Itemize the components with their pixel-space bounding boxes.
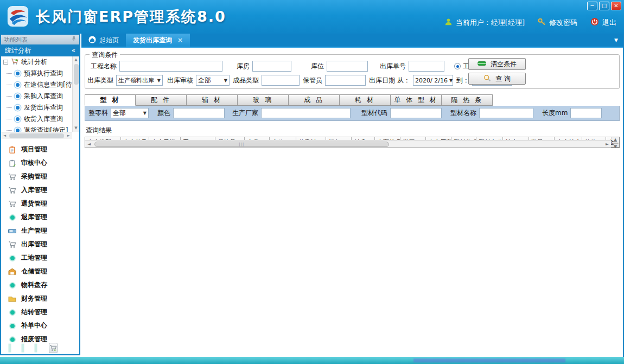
tree-item[interactable]: 在途信息查询[待: [1, 79, 72, 91]
dot-icon: [8, 282, 16, 289]
user-icon: [444, 18, 453, 28]
sidebar-section-header[interactable]: 统计分析 «: [1, 44, 79, 56]
tree-root[interactable]: − 统计分析: [1, 56, 72, 68]
sidebar-item-入库管理[interactable]: 入库管理: [1, 183, 79, 197]
zhengling-select[interactable]: 全部▼: [111, 108, 149, 118]
sidebar-item-出库管理[interactable]: 出库管理: [1, 238, 79, 251]
tree-items: 预算执行查询在途信息查询[待采购入库查询发货出库查询收货入库查询退货查询[待定]…: [1, 68, 72, 132]
material-tab-2[interactable]: 配 件: [136, 94, 187, 106]
sidebar-item-生产管理[interactable]: 生产管理: [1, 224, 79, 238]
change-password-label: 修改密码: [549, 18, 577, 28]
product-type-input[interactable]: [262, 75, 300, 86]
audit-select[interactable]: 全部▼: [196, 75, 230, 86]
table-vertical-scrollbar[interactable]: ▲ ▼: [611, 137, 619, 140]
warehouse-label: 库房: [237, 62, 250, 71]
clipboard-icon: [8, 146, 16, 154]
scrollbar-thumb[interactable]: [9, 133, 64, 138]
scrollbar-thumb[interactable]: [613, 143, 619, 144]
scroll-down-icon[interactable]: ▼: [612, 144, 619, 148]
tree-horizontal-scrollbar[interactable]: ◄ ►: [1, 132, 72, 139]
minimize-button[interactable]: ─: [587, 2, 597, 10]
change-password-button[interactable]: 修改密码: [538, 18, 577, 28]
material-tab-3[interactable]: 辅 材: [187, 94, 238, 106]
tree-root-icon: [11, 58, 18, 67]
key-icon: [538, 18, 546, 28]
tree-item[interactable]: 发货出库查询: [1, 102, 72, 113]
material-tab-7[interactable]: 单 体 型 材: [391, 94, 442, 106]
sidebar-item-项目管理[interactable]: 项目管理: [1, 143, 79, 156]
tree-node-icon: [16, 72, 20, 75]
scroll-right-icon[interactable]: ►: [603, 142, 611, 146]
table-horizontal-scrollbar[interactable]: ◄ ||| ►: [85, 140, 611, 148]
tree-item-label: 退货查询[待定]: [24, 126, 68, 132]
scroll-left-icon[interactable]: ◄: [85, 142, 93, 146]
warehouse-icon: [8, 268, 16, 275]
scroll-up-icon[interactable]: ▲: [612, 137, 619, 142]
color-input[interactable]: [173, 108, 225, 118]
length-input[interactable]: [570, 108, 602, 118]
shortcut-cart-button[interactable]: [49, 343, 58, 353]
tree-item[interactable]: 采购入库查询: [1, 91, 72, 102]
scroll-down-icon[interactable]: ▼: [73, 125, 80, 132]
location-input[interactable]: [327, 61, 368, 72]
sidebar-item-报废管理[interactable]: 报废管理: [1, 333, 79, 342]
order-no-input[interactable]: [409, 61, 444, 72]
tree-item-label: 收货入库查询: [24, 114, 63, 124]
sidebar-item-结转管理[interactable]: 结转管理: [1, 305, 79, 319]
maximize-button[interactable]: □: [599, 2, 609, 10]
clear-conditions-button[interactable]: 清空条件: [468, 58, 526, 70]
scrollbar-thumb[interactable]: [74, 64, 79, 85]
tab-shipment-query[interactable]: 发货出库查询 ×: [126, 34, 190, 47]
material-tab-8[interactable]: 隔 热 条: [442, 94, 493, 106]
name-input[interactable]: [479, 108, 533, 118]
collapse-icon[interactable]: «: [72, 47, 75, 54]
keeper-input[interactable]: [325, 75, 366, 86]
out-type-select[interactable]: 生产领料出库▼: [116, 75, 163, 86]
tab-close-icon[interactable]: ×: [177, 36, 183, 44]
query-conditions-title: 查询条件: [90, 50, 120, 60]
sidebar-item-审核中心[interactable]: 审核中心: [1, 156, 79, 170]
material-tab-4[interactable]: 玻 璃: [238, 94, 289, 106]
sidebar: 功能列表 统计分析 « − 统计分析 预算执行查询在途信息查询[待采购入库查询发…: [0, 34, 80, 355]
content-area: 查询条件 工程名称 库房 库位 出库单号 工装: [81, 48, 623, 355]
sidebar-item-财务管理[interactable]: 财务管理: [1, 292, 79, 305]
tab-list-dropdown-icon[interactable]: ▼: [614, 37, 623, 43]
manufacturer-input[interactable]: [261, 108, 351, 118]
sidebar-item-退货管理[interactable]: 退货管理: [1, 197, 79, 210]
zhengling-label: 整零料: [88, 108, 108, 118]
pin-icon[interactable]: [71, 36, 77, 43]
dot-icon: [8, 309, 16, 316]
scrollbar-thumb[interactable]: |||: [94, 142, 389, 147]
tab-home[interactable]: 起始页: [81, 34, 126, 47]
material-tab-6[interactable]: 耗 材: [340, 94, 391, 106]
tree-item-label: 预算执行查询: [24, 69, 63, 78]
sidebar-item-采购管理[interactable]: 采购管理: [1, 170, 79, 183]
scroll-left-icon[interactable]: ◄: [1, 132, 8, 139]
scroll-right-icon[interactable]: ►: [65, 132, 72, 139]
sidebar-item-label: 财务管理: [21, 294, 47, 303]
close-button[interactable]: ✕: [611, 2, 621, 10]
tree-item[interactable]: 预算执行查询: [1, 68, 72, 79]
project-name-input[interactable]: [119, 61, 222, 72]
sidebar-item-仓储管理[interactable]: 仓储管理: [1, 265, 79, 278]
tree-vertical-scrollbar[interactable]: ▲ ▼: [72, 56, 79, 132]
sidebar-item-工地管理[interactable]: 工地管理: [1, 251, 79, 265]
material-tab-1[interactable]: 型 材: [85, 94, 136, 106]
tree-root-label: 统计分析: [21, 58, 47, 67]
tree-item[interactable]: 收货入库查询: [1, 113, 72, 125]
date-from-picker[interactable]: 2020/ 2/16▼: [413, 75, 453, 86]
material-tab-5[interactable]: 成 品: [289, 94, 340, 106]
tree-expander-icon[interactable]: −: [3, 60, 8, 65]
code-input[interactable]: [390, 108, 442, 118]
sidebar-item-物料盘存[interactable]: 物料盘存: [1, 278, 79, 292]
sidebar-item-补单中心[interactable]: 补单中心: [1, 319, 79, 333]
results-table: 出库类型出库单号出库日期工程保管员库房库位整零料颜色材质表面处理膜厚生产厂家型材…: [85, 137, 620, 148]
tree-item[interactable]: 退货查询[待定]: [1, 125, 72, 132]
search-icon: [483, 74, 491, 84]
search-button[interactable]: 查 询: [468, 73, 526, 85]
logout-button[interactable]: 退出: [590, 17, 616, 28]
sidebar-item-退库管理[interactable]: 退库管理: [1, 210, 79, 224]
dot-icon: [8, 322, 16, 330]
warehouse-input[interactable]: [252, 61, 291, 72]
scroll-up-icon[interactable]: ▲: [73, 56, 80, 63]
